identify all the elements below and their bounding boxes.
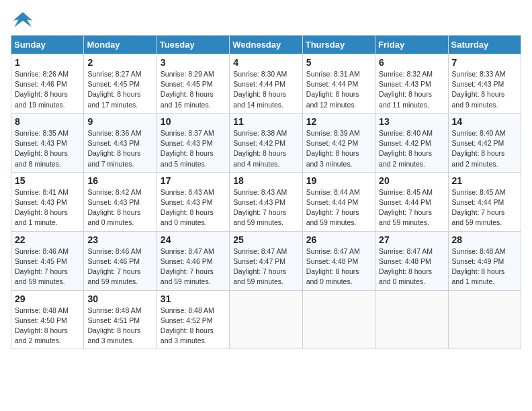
day-number: 2 — [87, 57, 152, 68]
day-number: 11 — [233, 116, 298, 127]
day-cell: 31Sunrise: 8:48 AMSunset: 4:52 PMDayligh… — [157, 290, 229, 349]
day-info: Sunrise: 8:45 AMSunset: 4:44 PMDaylight:… — [379, 187, 444, 228]
week-row-5: 29Sunrise: 8:48 AMSunset: 4:50 PMDayligh… — [11, 290, 521, 349]
day-cell — [230, 290, 302, 349]
day-info: Sunrise: 8:27 AMSunset: 4:45 PMDaylight:… — [87, 69, 152, 110]
day-number: 8 — [15, 116, 80, 127]
day-number: 26 — [306, 234, 371, 245]
day-info: Sunrise: 8:35 AMSunset: 4:43 PMDaylight:… — [15, 128, 80, 169]
day-cell: 17Sunrise: 8:43 AMSunset: 4:43 PMDayligh… — [157, 172, 229, 231]
day-info: Sunrise: 8:48 AMSunset: 4:50 PMDaylight:… — [15, 306, 80, 347]
weekday-monday: Monday — [84, 36, 157, 54]
day-number: 9 — [87, 116, 152, 127]
day-info: Sunrise: 8:43 AMSunset: 4:43 PMDaylight:… — [161, 187, 226, 228]
day-cell — [448, 290, 521, 349]
day-info: Sunrise: 8:47 AMSunset: 4:48 PMDaylight:… — [306, 246, 371, 287]
day-info: Sunrise: 8:38 AMSunset: 4:42 PMDaylight:… — [233, 128, 298, 169]
day-number: 6 — [379, 57, 444, 68]
day-number: 14 — [452, 116, 517, 127]
weekday-sunday: Sunday — [11, 36, 84, 54]
day-info: Sunrise: 8:48 AMSunset: 4:52 PMDaylight:… — [161, 306, 226, 347]
logo-bird-icon — [12, 11, 34, 30]
logo — [11, 11, 34, 30]
day-info: Sunrise: 8:45 AMSunset: 4:44 PMDaylight:… — [452, 187, 517, 228]
weekday-tuesday: Tuesday — [157, 36, 229, 54]
day-cell: 5Sunrise: 8:31 AMSunset: 4:44 PMDaylight… — [302, 54, 375, 113]
day-cell: 14Sunrise: 8:40 AMSunset: 4:42 PMDayligh… — [448, 113, 521, 172]
day-number: 21 — [452, 175, 517, 186]
day-number: 4 — [233, 57, 298, 68]
day-number: 24 — [161, 234, 226, 245]
day-cell: 30Sunrise: 8:48 AMSunset: 4:51 PMDayligh… — [84, 290, 157, 349]
day-info: Sunrise: 8:29 AMSunset: 4:45 PMDaylight:… — [161, 69, 226, 110]
day-info: Sunrise: 8:32 AMSunset: 4:43 PMDaylight:… — [379, 69, 444, 110]
day-number: 7 — [452, 57, 517, 68]
week-row-2: 8Sunrise: 8:35 AMSunset: 4:43 PMDaylight… — [11, 113, 521, 172]
day-cell: 6Sunrise: 8:32 AMSunset: 4:43 PMDaylight… — [375, 54, 448, 113]
day-number: 30 — [87, 293, 152, 304]
day-info: Sunrise: 8:48 AMSunset: 4:51 PMDaylight:… — [87, 306, 152, 347]
day-number: 25 — [233, 234, 298, 245]
day-cell: 26Sunrise: 8:47 AMSunset: 4:48 PMDayligh… — [302, 231, 375, 290]
day-info: Sunrise: 8:43 AMSunset: 4:43 PMDaylight:… — [233, 187, 298, 228]
day-cell: 11Sunrise: 8:38 AMSunset: 4:42 PMDayligh… — [230, 113, 302, 172]
day-info: Sunrise: 8:47 AMSunset: 4:47 PMDaylight:… — [233, 246, 298, 287]
day-cell: 2Sunrise: 8:27 AMSunset: 4:45 PMDaylight… — [84, 54, 157, 113]
day-info: Sunrise: 8:47 AMSunset: 4:48 PMDaylight:… — [379, 246, 444, 287]
day-cell: 21Sunrise: 8:45 AMSunset: 4:44 PMDayligh… — [448, 172, 521, 231]
day-info: Sunrise: 8:33 AMSunset: 4:43 PMDaylight:… — [452, 69, 517, 110]
day-info: Sunrise: 8:39 AMSunset: 4:42 PMDaylight:… — [306, 128, 371, 169]
day-number: 13 — [379, 116, 444, 127]
day-number: 15 — [15, 175, 80, 186]
day-cell: 12Sunrise: 8:39 AMSunset: 4:42 PMDayligh… — [302, 113, 375, 172]
day-cell — [302, 290, 375, 349]
day-info: Sunrise: 8:47 AMSunset: 4:46 PMDaylight:… — [161, 246, 226, 287]
day-number: 5 — [306, 57, 371, 68]
day-cell: 18Sunrise: 8:43 AMSunset: 4:43 PMDayligh… — [230, 172, 302, 231]
day-number: 31 — [161, 293, 226, 304]
day-info: Sunrise: 8:26 AMSunset: 4:46 PMDaylight:… — [15, 69, 80, 110]
day-cell: 23Sunrise: 8:46 AMSunset: 4:46 PMDayligh… — [84, 231, 157, 290]
day-number: 1 — [15, 57, 80, 68]
day-cell: 27Sunrise: 8:47 AMSunset: 4:48 PMDayligh… — [375, 231, 448, 290]
week-row-3: 15Sunrise: 8:41 AMSunset: 4:43 PMDayligh… — [11, 172, 521, 231]
calendar-table: SundayMondayTuesdayWednesdayThursdayFrid… — [11, 35, 521, 349]
day-cell: 8Sunrise: 8:35 AMSunset: 4:43 PMDaylight… — [11, 113, 84, 172]
day-cell: 15Sunrise: 8:41 AMSunset: 4:43 PMDayligh… — [11, 172, 84, 231]
day-cell: 20Sunrise: 8:45 AMSunset: 4:44 PMDayligh… — [375, 172, 448, 231]
day-number: 19 — [306, 175, 371, 186]
day-info: Sunrise: 8:40 AMSunset: 4:42 PMDaylight:… — [452, 128, 517, 169]
day-cell: 28Sunrise: 8:48 AMSunset: 4:49 PMDayligh… — [448, 231, 521, 290]
day-cell: 22Sunrise: 8:46 AMSunset: 4:45 PMDayligh… — [11, 231, 84, 290]
day-cell: 1Sunrise: 8:26 AMSunset: 4:46 PMDaylight… — [11, 54, 84, 113]
day-info: Sunrise: 8:30 AMSunset: 4:44 PMDaylight:… — [233, 69, 298, 110]
day-number: 17 — [161, 175, 226, 186]
day-info: Sunrise: 8:46 AMSunset: 4:46 PMDaylight:… — [87, 246, 152, 287]
day-info: Sunrise: 8:44 AMSunset: 4:44 PMDaylight:… — [306, 187, 371, 228]
day-cell: 7Sunrise: 8:33 AMSunset: 4:43 PMDaylight… — [448, 54, 521, 113]
weekday-friday: Friday — [375, 36, 448, 54]
weekday-wednesday: Wednesday — [230, 36, 302, 54]
weekday-thursday: Thursday — [302, 36, 375, 54]
day-number: 23 — [87, 234, 152, 245]
day-number: 20 — [379, 175, 444, 186]
day-number: 10 — [161, 116, 226, 127]
day-cell: 24Sunrise: 8:47 AMSunset: 4:46 PMDayligh… — [157, 231, 229, 290]
week-row-4: 22Sunrise: 8:46 AMSunset: 4:45 PMDayligh… — [11, 231, 521, 290]
day-cell: 9Sunrise: 8:36 AMSunset: 4:43 PMDaylight… — [84, 113, 157, 172]
day-cell: 10Sunrise: 8:37 AMSunset: 4:43 PMDayligh… — [157, 113, 229, 172]
day-cell: 16Sunrise: 8:42 AMSunset: 4:43 PMDayligh… — [84, 172, 157, 231]
day-number: 22 — [15, 234, 80, 245]
day-info: Sunrise: 8:48 AMSunset: 4:49 PMDaylight:… — [452, 246, 517, 287]
day-info: Sunrise: 8:41 AMSunset: 4:43 PMDaylight:… — [15, 187, 80, 228]
weekday-header-row: SundayMondayTuesdayWednesdayThursdayFrid… — [11, 36, 521, 54]
day-number: 12 — [306, 116, 371, 127]
day-info: Sunrise: 8:36 AMSunset: 4:43 PMDaylight:… — [87, 128, 152, 169]
page-header — [11, 11, 521, 30]
day-info: Sunrise: 8:31 AMSunset: 4:44 PMDaylight:… — [306, 69, 371, 110]
day-cell: 4Sunrise: 8:30 AMSunset: 4:44 PMDaylight… — [230, 54, 302, 113]
day-info: Sunrise: 8:40 AMSunset: 4:42 PMDaylight:… — [379, 128, 444, 169]
day-number: 29 — [15, 293, 80, 304]
weekday-saturday: Saturday — [448, 36, 521, 54]
day-info: Sunrise: 8:46 AMSunset: 4:45 PMDaylight:… — [15, 246, 80, 287]
